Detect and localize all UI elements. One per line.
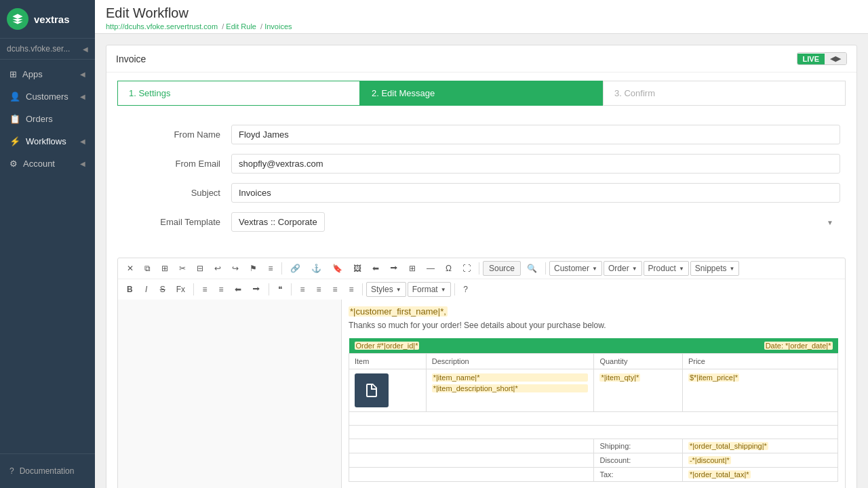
- sidebar-item-customers[interactable]: 👤 Customers ◀: [0, 85, 95, 108]
- tb-image-btn[interactable]: 🖼: [349, 261, 366, 276]
- email-thanks: Thanks so much for your order! See detai…: [349, 321, 838, 330]
- invoice-empty-row1: [349, 412, 838, 426]
- app-logo-icon: [7, 8, 28, 30]
- sidebar-bottom: ? Documentation: [0, 453, 95, 488]
- server-chevron-icon: ◀: [83, 45, 88, 53]
- tb-outdent-btn[interactable]: ⮕: [248, 282, 265, 297]
- tb-help-btn[interactable]: ?: [458, 282, 473, 297]
- tb-undo-btn[interactable]: ↩: [210, 261, 226, 276]
- sidebar-item-documentation[interactable]: ? Documentation: [7, 461, 88, 481]
- tb-blockquote-btn[interactable]: ❝: [273, 282, 288, 297]
- invoice-discount-row: Discount: -*|discount|*: [349, 453, 838, 468]
- editor-toolbar: ✕ ⧉ ⊞ ✂ ⊟ ↩ ↪ ⚑ ≡ 🔗 ⚓ 🔖 🖼 ⬅: [117, 258, 846, 488]
- tb-menu-btn[interactable]: ≡: [263, 261, 278, 276]
- tb-unordered-list-btn[interactable]: ≡: [214, 282, 229, 297]
- invoice-preview-table: Order #*|order_id|* Date: *|order_date|*…: [349, 338, 838, 482]
- toolbar-sep5: [269, 283, 269, 296]
- card-title: Invoice: [116, 54, 146, 64]
- tb-paste-btn[interactable]: ⊞: [157, 261, 173, 276]
- shipping-label: Shipping:: [594, 439, 682, 453]
- tb-fullscreen-btn[interactable]: ⛶: [458, 261, 475, 276]
- live-badge-label: LIVE: [797, 54, 825, 64]
- tb-justify-btn[interactable]: ≡: [344, 282, 359, 297]
- tb-bold-btn[interactable]: B: [122, 282, 138, 297]
- subject-input[interactable]: [231, 183, 840, 203]
- sidebar-item-workflows[interactable]: ⚡ Workflows ◀: [0, 130, 95, 152]
- sidebar-bottom-label: Documentation: [20, 466, 75, 476]
- tb-align-center-btn[interactable]: ≡: [311, 282, 326, 297]
- tb-bookmark-btn[interactable]: 🔖: [328, 261, 347, 276]
- tb-align-left2-btn[interactable]: ≡: [295, 282, 310, 297]
- tb-redo-btn[interactable]: ↪: [227, 261, 243, 276]
- order-date-cell: Date: *|order_date|*: [594, 338, 838, 354]
- tb-order-dropdown[interactable]: Order: [604, 261, 642, 276]
- customer-name-tag: *|customer_first_name|*,: [349, 306, 448, 317]
- invoice-empty-row2: [349, 426, 838, 439]
- sidebar-logo: vextras: [0, 0, 95, 39]
- col-quantity: Quantity: [594, 354, 682, 369]
- tb-anchor-btn[interactable]: ⚓: [307, 261, 326, 276]
- tb-align-right-btn[interactable]: ⮕: [385, 261, 403, 276]
- order-id-cell: Order #*|order_id|*: [349, 338, 594, 354]
- toolbar-sep8: [454, 283, 455, 296]
- tb-align-left-btn[interactable]: ⬅: [368, 261, 384, 276]
- subject-label: Subject: [123, 188, 231, 198]
- from-email-label: From Email: [123, 159, 231, 169]
- invoice-card: Invoice LIVE ◀▶ 1. Settings 2. Edit Mess…: [106, 45, 857, 488]
- from-email-input[interactable]: [231, 154, 840, 174]
- chevron-icon: ◀: [80, 138, 85, 145]
- tb-customer-dropdown[interactable]: Customer: [549, 261, 602, 276]
- tb-indent-btn[interactable]: ⬅: [230, 282, 246, 297]
- tb-product-dropdown[interactable]: Product: [644, 261, 689, 276]
- orders-icon: 📋: [9, 114, 20, 124]
- breadcrumb-server[interactable]: http://dcuhs.vfoke.servertrust.com: [106, 22, 218, 30]
- chevron-icon: ◀: [80, 70, 85, 78]
- item-qty-tag: *|item_qty|*: [599, 373, 640, 382]
- step-confirm[interactable]: 3. Confirm: [603, 81, 846, 106]
- live-badge[interactable]: LIVE ◀▶: [797, 52, 847, 65]
- invoice-columns-row: Item Description Quantity Price: [349, 354, 838, 369]
- tb-ordered-list-btn[interactable]: ≡: [197, 282, 212, 297]
- step-settings[interactable]: 1. Settings: [117, 81, 360, 106]
- from-email-row: From Email: [123, 154, 840, 174]
- tb-italic-btn[interactable]: I: [139, 282, 154, 297]
- tb-link-btn[interactable]: 🔗: [285, 261, 305, 276]
- server-selector[interactable]: dcuhs.vfoke.ser... ◀: [0, 39, 95, 60]
- from-name-row: From Name: [123, 125, 840, 144]
- tb-flag-btn[interactable]: ⚑: [245, 261, 262, 276]
- apps-icon: ⊞: [9, 69, 17, 79]
- tb-source-btn[interactable]: Source: [483, 261, 521, 276]
- tb-hr-btn[interactable]: —: [422, 261, 439, 276]
- sidebar-item-orders[interactable]: 📋 Orders: [0, 108, 95, 130]
- editor-body: *|customer_first_name|*, Thanks so much …: [118, 300, 845, 488]
- tb-inspect-btn[interactable]: 🔍: [522, 261, 542, 276]
- order-date-tag: Date: *|order_date|*: [764, 342, 833, 350]
- editor-right-panel[interactable]: *|customer_first_name|*, Thanks so much …: [342, 300, 845, 488]
- sidebar-item-label: Orders: [26, 114, 53, 124]
- tb-styles-dropdown[interactable]: Styles: [366, 282, 406, 297]
- tb-snippets-dropdown[interactable]: Snippets: [690, 261, 740, 276]
- tb-table-btn[interactable]: ⊞: [404, 261, 420, 276]
- tb-format-dropdown[interactable]: Format: [408, 282, 451, 297]
- sidebar-item-apps[interactable]: ⊞ Apps ◀: [0, 63, 95, 85]
- tb-strike-btn[interactable]: S: [155, 282, 170, 297]
- tb-cut-btn[interactable]: ✕: [122, 261, 138, 276]
- col-item: Item: [349, 354, 427, 369]
- order-id-tag: Order #*|order_id|*: [355, 342, 420, 350]
- chevron-icon: ◀: [80, 93, 85, 100]
- tb-copy-btn[interactable]: ⧉: [140, 261, 155, 276]
- tb-removeformat-btn[interactable]: ⊟: [192, 261, 208, 276]
- step-edit-message[interactable]: 2. Edit Message: [360, 81, 603, 106]
- email-template-select[interactable]: Vextras :: Corporate: [231, 212, 325, 232]
- discount-label: Discount:: [594, 453, 682, 468]
- sidebar-item-account[interactable]: ⚙ Account ◀: [0, 152, 95, 175]
- breadcrumb-edit-rule[interactable]: Edit Rule: [226, 22, 256, 30]
- item-qty-cell: *|item_qty|*: [594, 369, 682, 412]
- from-name-input[interactable]: [231, 125, 840, 144]
- tb-align-right2-btn[interactable]: ≡: [328, 282, 342, 297]
- tb-specialchar-btn[interactable]: Ω: [441, 261, 456, 276]
- tb-delete-btn[interactable]: ✂: [174, 261, 191, 276]
- tb-format-btn[interactable]: Fx: [172, 282, 190, 297]
- live-badge-toggle[interactable]: ◀▶: [825, 53, 846, 64]
- content-area: Invoice LIVE ◀▶ 1. Settings 2. Edit Mess…: [95, 34, 868, 488]
